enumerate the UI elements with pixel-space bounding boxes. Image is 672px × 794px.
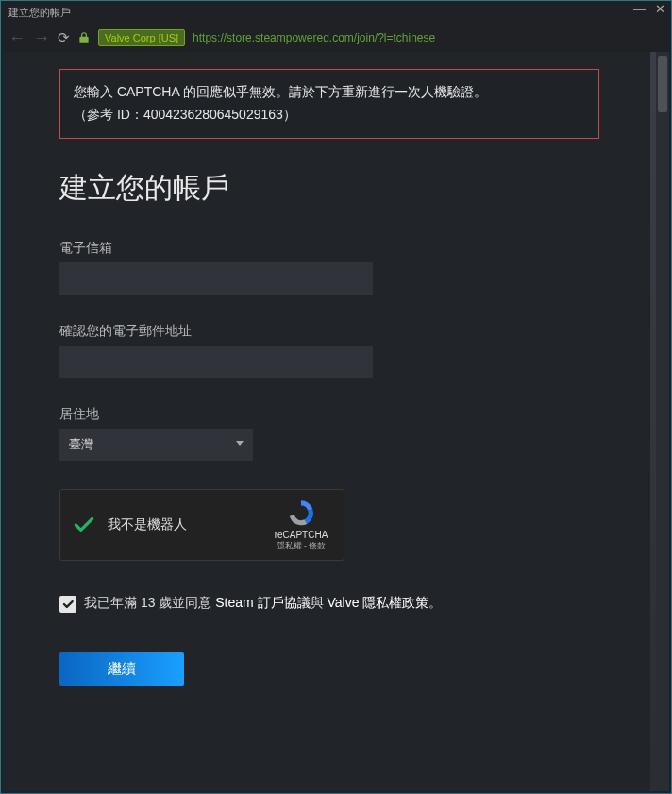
error-banner: 您輸入 CAPTCHA 的回應似乎無效。請於下方重新進行一次人機驗證。 （參考 … [59,69,599,139]
forward-button[interactable]: → [33,29,50,46]
country-value: 臺灣 [69,436,93,453]
chevron-down-icon [236,441,244,446]
browser-navbar: ← → ⟳ Valve Corp [US] https://store.stea… [1,24,671,52]
back-button[interactable]: ← [8,29,25,46]
email-label: 電子信箱 [59,240,594,257]
error-line-1: 您輸入 CAPTCHA 的回應似乎無效。請於下方重新進行一次人機驗證。 [74,81,585,104]
recaptcha-label: 我不是機器人 [108,516,270,533]
recaptcha-legal[interactable]: 隱私權 - 條款 [270,541,332,551]
recaptcha-widget[interactable]: 我不是機器人 reCAPTCHA 隱私權 - 條款 [59,489,344,561]
ssl-cert-badge[interactable]: Valve Corp [US] [98,29,185,46]
url-text[interactable]: https://store.steampowered.com/join/?l=t… [193,31,435,44]
privacy-policy-link[interactable]: Valve 隱私權政策 [328,595,429,610]
confirm-email-input[interactable] [59,346,373,378]
reload-button[interactable]: ⟳ [58,29,70,46]
error-line-2: （參考 ID：4004236280645029163） [74,104,585,127]
window-titlebar: 建立您的帳戶 — ✕ [1,1,671,24]
close-button[interactable]: ✕ [655,3,665,15]
recaptcha-logo-icon [286,498,316,528]
lock-icon [77,31,91,44]
agree-text: 我已年滿 13 歲並同意 Steam 訂戶協議與 Valve 隱私權政策。 [84,595,442,612]
recaptcha-brand: reCAPTCHA [270,530,332,541]
country-label: 居住地 [59,406,594,423]
country-select[interactable]: 臺灣 [59,429,253,461]
continue-button[interactable]: 繼續 [59,652,184,686]
recaptcha-checkmark-icon [72,513,96,537]
window-title: 建立您的帳戶 [8,6,71,20]
confirm-email-label: 確認您的電子郵件地址 [59,323,594,340]
agree-checkbox[interactable] [59,596,76,613]
subscriber-agreement-link[interactable]: Steam 訂戶協議 [215,595,310,610]
email-input[interactable] [59,262,373,295]
scrollbar-thumb[interactable] [658,56,667,112]
vertical-scrollbar[interactable] [656,52,669,791]
minimize-button[interactable]: — [633,3,646,15]
page-title: 建立您的帳戶 [59,169,594,208]
